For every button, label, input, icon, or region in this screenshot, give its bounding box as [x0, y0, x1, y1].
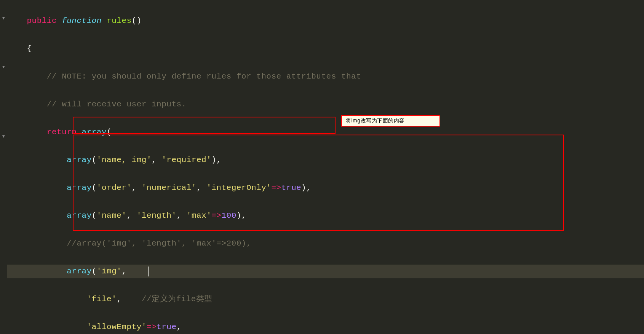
keyword-return: return — [47, 128, 77, 136]
string-literal: 'img' — [97, 267, 122, 276]
code-line[interactable]: { — [7, 42, 644, 56]
annotation-text: 将img改写为下面的内容 — [346, 117, 405, 124]
func-call-array: array — [67, 211, 92, 220]
code-line[interactable]: //array('img', 'length', 'max'=>200), — [7, 237, 644, 251]
fold-marker-icon[interactable]: ▼ — [2, 65, 5, 69]
const-true: true — [157, 323, 176, 331]
comment: // NOTE: you should only define rules fo… — [47, 72, 361, 81]
string-literal: 'required' — [161, 156, 211, 164]
comment: //array('img', 'length', 'max'=>200), — [67, 239, 251, 248]
fold-marker-icon[interactable]: ▼ — [2, 16, 5, 21]
func-call-array: array — [67, 183, 92, 192]
function-name: rules — [107, 16, 132, 25]
func-call-array: array — [82, 128, 107, 136]
string-literal: 'file' — [87, 295, 117, 303]
code-line[interactable]: array('order', 'numerical', 'integerOnly… — [7, 181, 644, 195]
text-cursor — [148, 267, 149, 276]
fold-marker-icon[interactable]: ▼ — [2, 134, 5, 139]
code-line[interactable]: // NOTE: you should only define rules fo… — [7, 70, 644, 84]
arrow-op: => — [211, 211, 221, 220]
string-literal: 'numerical' — [142, 183, 197, 192]
string-literal: 'integerOnly' — [206, 183, 271, 192]
code-line-current[interactable]: array('img', — [7, 265, 644, 279]
code-line[interactable]: 'file', //定义为file类型 — [7, 292, 644, 307]
code-line[interactable]: array('name, img', 'required'), — [7, 153, 644, 167]
arrow-op: => — [271, 183, 281, 192]
arrow-op: => — [147, 323, 157, 331]
string-literal: 'length' — [137, 211, 177, 220]
string-literal: 'allowEmpty' — [87, 323, 147, 331]
code-line[interactable]: array('name', 'length', 'max'=>100), — [7, 209, 644, 223]
string-literal: 'name, img' — [97, 156, 152, 164]
const-true: true — [281, 183, 301, 192]
string-literal: 'order' — [97, 183, 132, 192]
gutter: ▼ ▼ ▼ — [0, 0, 7, 334]
func-call-array: array — [67, 156, 92, 164]
number-literal: 100 — [221, 211, 236, 220]
func-call-array: array — [67, 267, 92, 276]
string-literal: 'name' — [97, 211, 127, 220]
code-line[interactable]: public function rules() — [7, 14, 644, 28]
code-editor[interactable]: public function rules() { // NOTE: you s… — [7, 0, 644, 334]
annotation-callout: 将img改写为下面的内容 — [341, 115, 440, 127]
code-line[interactable]: return array( — [7, 125, 644, 140]
comment: //定义为file类型 — [142, 295, 213, 303]
brace-open: { — [27, 44, 32, 53]
code-line[interactable]: 'allowEmpty'=>true, — [7, 320, 644, 334]
parens: () — [132, 16, 142, 25]
keyword-public: public — [27, 16, 57, 25]
code-line[interactable]: // will receive user inputs. — [7, 98, 644, 112]
keyword-function: function — [62, 16, 102, 25]
paren-open: ( — [107, 128, 112, 136]
comment: // will receive user inputs. — [47, 100, 187, 109]
string-literal: 'max' — [187, 211, 212, 220]
